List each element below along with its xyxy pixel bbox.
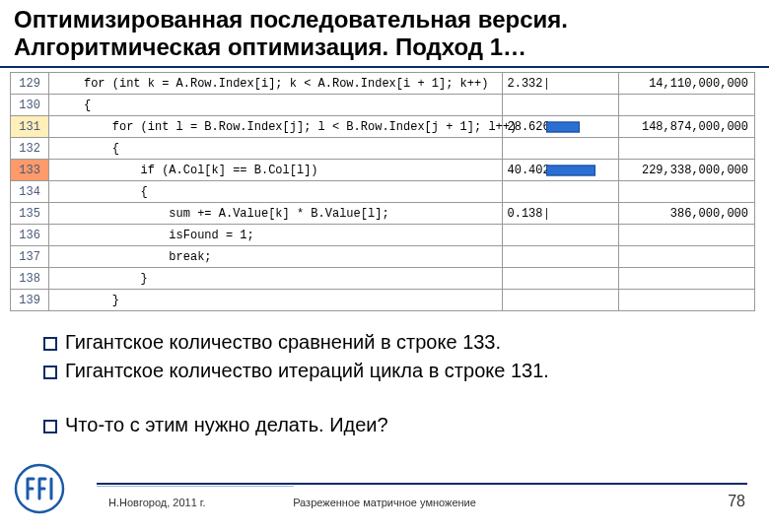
bullet-2: Гигантское количество итераций цикла в с…	[43, 358, 749, 384]
time-bar	[503, 225, 618, 246]
footer-accent	[97, 486, 294, 487]
call-count	[618, 268, 754, 290]
line-number: 132	[11, 138, 49, 160]
code-row: 130 {	[11, 95, 755, 116]
time-bar	[503, 246, 618, 268]
bar-tick	[546, 78, 547, 90]
time-bar	[503, 290, 618, 311]
code-text: for (int l = B.Row.Index[j]; l < B.Row.I…	[49, 116, 503, 138]
line-number: 136	[11, 225, 49, 246]
line-number: 133	[11, 160, 49, 181]
line-number: 135	[11, 203, 49, 225]
code-row: 129 for (int k = A.Row.Index[i]; k < A.R…	[11, 73, 755, 95]
code-text: if (A.Col[k] == B.Col[l])	[49, 160, 503, 181]
time-bar: 28.626	[503, 116, 618, 138]
bullet-1: Гигантское количество сравнений в строке…	[43, 329, 749, 356]
code-text: }	[49, 268, 503, 290]
call-count	[618, 246, 754, 268]
line-number: 137	[11, 246, 49, 268]
line-number: 130	[11, 95, 49, 116]
code-row: 138 }	[11, 268, 755, 290]
time-value: 0.138	[507, 207, 542, 221]
footer-location: Н.Новгород, 2011 г.	[108, 497, 206, 508]
call-count: 148,874,000,000	[618, 116, 754, 138]
slide: Оптимизированная последовательная версия…	[0, 0, 769, 532]
time-bar	[503, 138, 618, 160]
call-count: 229,338,000,000	[618, 160, 754, 181]
code-row: 139 }	[11, 290, 755, 311]
code-text: {	[49, 138, 503, 160]
call-count	[618, 138, 754, 160]
line-number: 138	[11, 268, 49, 290]
code-row: 133 if (A.Col[k] == B.Col[l])40.402229,3…	[11, 160, 755, 181]
code-row: 132 {	[11, 138, 755, 160]
call-count: 386,000,000	[618, 203, 754, 225]
university-logo-icon	[14, 463, 65, 514]
code-text: isFound = 1;	[49, 225, 503, 246]
code-text: sum += A.Value[k] * B.Value[l];	[49, 203, 503, 225]
bar-rect	[546, 165, 595, 175]
time-value: 28.626	[507, 120, 549, 134]
time-bar: 40.402	[503, 160, 618, 181]
bullet-list: Гигантское количество сравнений в строке…	[43, 329, 749, 438]
call-count	[618, 95, 754, 116]
code-row: 136 isFound = 1;	[11, 225, 755, 246]
code-profile-table: 129 for (int k = A.Row.Index[i]; k < A.R…	[10, 72, 755, 311]
line-number: 134	[11, 181, 49, 203]
code-row: 137 break;	[11, 246, 755, 268]
bullet-3: Что-то с этим нужно делать. Идеи?	[43, 412, 749, 438]
time-bar	[503, 181, 618, 203]
call-count	[618, 181, 754, 203]
title-line-2: Алгоритмическая оптимизация. Подход 1…	[14, 33, 526, 60]
bar-rect	[546, 121, 580, 132]
code-row: 134 {	[11, 181, 755, 203]
time-value: 40.402	[507, 164, 549, 177]
title-line-1: Оптимизированная последовательная версия…	[14, 6, 568, 33]
slide-title: Оптимизированная последовательная версия…	[0, 0, 769, 68]
footer-topic: Разреженное матричное умножение	[293, 497, 476, 508]
time-bar: 0.138	[503, 203, 618, 225]
time-bar: 2.332	[503, 73, 618, 95]
call-count	[618, 290, 754, 311]
line-number: 129	[11, 73, 49, 95]
code-text: for (int k = A.Row.Index[i]; k < A.Row.I…	[49, 73, 503, 95]
time-bar	[503, 268, 618, 290]
code-text: break;	[49, 246, 503, 268]
code-text: {	[49, 95, 503, 116]
footer-rule	[97, 483, 747, 485]
page-number: 78	[728, 493, 745, 510]
line-number: 139	[11, 290, 49, 311]
code-text: {	[49, 181, 503, 203]
code-row: 131 for (int l = B.Row.Index[j]; l < B.R…	[11, 116, 755, 138]
line-number: 131	[11, 116, 49, 138]
code-row: 135 sum += A.Value[k] * B.Value[l];0.138…	[11, 203, 755, 225]
time-bar	[503, 95, 618, 116]
time-value: 2.332	[507, 77, 542, 91]
call-count: 14,110,000,000	[618, 73, 754, 95]
bar-tick	[546, 208, 547, 220]
call-count	[618, 225, 754, 246]
code-text: }	[49, 290, 503, 311]
